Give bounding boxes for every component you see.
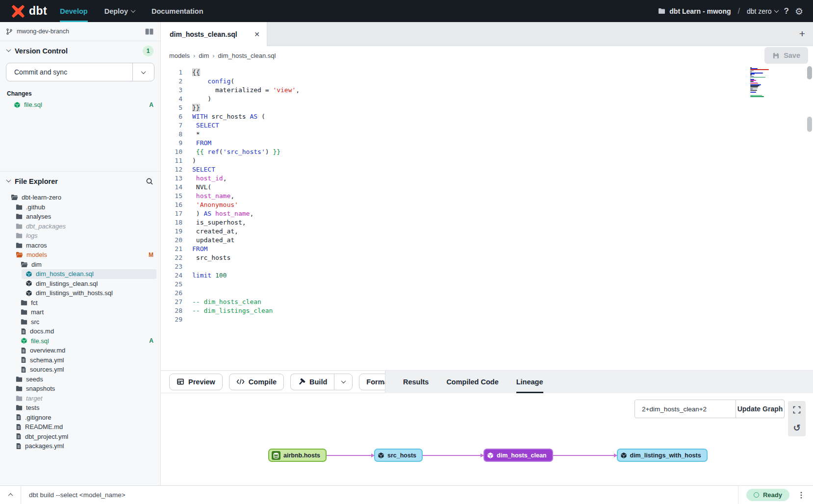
tree-item-target[interactable]: target	[0, 394, 160, 403]
tree-item-dim_listings_clean.sql[interactable]: dim_listings_clean.sql	[0, 279, 160, 289]
code-line: FROM	[192, 245, 813, 253]
tree-item-label: dim_listings_clean.sql	[36, 280, 98, 287]
fullscreen-button[interactable]	[788, 401, 806, 419]
tree-item-dbt_project.yml[interactable]: dbt_project.yml	[0, 432, 160, 442]
lineage-selector-input[interactable]	[635, 400, 736, 418]
tree-item-seeds[interactable]: seeds	[0, 375, 160, 384]
tab-compiled-code[interactable]: Compiled Code	[446, 371, 498, 393]
status-bar-right: Ready ⋮	[738, 486, 813, 504]
breadcrumb-segment[interactable]: dim	[199, 52, 209, 59]
split-view-icon[interactable]	[145, 28, 153, 35]
tree-item-macros[interactable]: macros	[0, 241, 160, 251]
main-nav: DevelopDeployDocumentation	[60, 0, 203, 22]
model-cube-icon	[25, 290, 32, 297]
scrollbar-thumb[interactable]	[807, 117, 812, 132]
file-explorer-header[interactable]: File Explorer	[0, 171, 160, 191]
help-button[interactable]: ?	[784, 6, 789, 16]
lineage-node-src_hosts[interactable]: src_hosts	[374, 449, 423, 462]
nav-item-deploy[interactable]: Deploy	[104, 0, 135, 22]
tab-results[interactable]: Results	[403, 371, 429, 393]
tree-item-analyses[interactable]: analyses	[0, 212, 160, 222]
folder-icon	[16, 213, 23, 220]
tree-item-file.sql[interactable]: file.sqlA	[0, 336, 160, 346]
compile-button[interactable]: Compile	[229, 374, 284, 390]
tab-lineage[interactable]: Lineage	[516, 371, 543, 393]
tree-item-dim_listings_with_hosts.sql[interactable]: dim_listings_with_hosts.sql	[0, 288, 160, 298]
code-line: *	[192, 130, 813, 139]
file-search-button[interactable]	[146, 177, 153, 185]
tree-item-models[interactable]: modelsM	[0, 250, 160, 260]
tree-item-sources.yml[interactable]: sources.yml	[0, 365, 160, 375]
tree-item-fct[interactable]: fct	[0, 298, 160, 308]
version-control-header[interactable]: Version Control 1	[0, 41, 160, 61]
code-line	[192, 289, 813, 298]
tree-item-tests[interactable]: tests	[0, 403, 160, 413]
preview-button[interactable]: Preview	[169, 374, 223, 390]
lineage-node-dim_listings_with_hosts[interactable]: dim_listings_with_hosts	[617, 449, 708, 462]
lineage-selector-group: Update Graph	[635, 400, 785, 418]
changed-file-row[interactable]: file.sqlA	[0, 100, 160, 109]
tree-item-packages.yml[interactable]: packages.yml	[0, 441, 160, 451]
tree-item-dim[interactable]: dim	[0, 260, 160, 270]
code-line: NVL(	[192, 183, 813, 192]
code-line: WITH src_hosts AS (	[192, 112, 813, 121]
scrollbar-thumb[interactable]	[807, 66, 812, 79]
reset-view-button[interactable]: ↺	[788, 419, 806, 436]
tree-item-dbt_packages[interactable]: dbt_packages	[0, 222, 160, 231]
breadcrumb-segment[interactable]: models	[169, 52, 190, 59]
commit-options-caret[interactable]	[132, 63, 154, 81]
tree-item-dbt-learn-zero[interactable]: dbt-learn-zero	[0, 193, 160, 202]
tree-item-schema.yml[interactable]: schema.yml	[0, 355, 160, 365]
preview-label: Preview	[188, 378, 215, 386]
command-bar-expand-button[interactable]	[0, 486, 21, 504]
editor-tab-dim-hosts-clean[interactable]: dim_hosts_clean.sql ✕	[161, 22, 267, 46]
code-editor[interactable]: 1234567891011121314151617181920212223242…	[161, 65, 813, 370]
change-status-badge: A	[149, 101, 153, 108]
line-number: 26	[161, 289, 182, 298]
breadcrumb-row: models›dim›dim_hosts_clean.sql Save	[161, 46, 813, 65]
update-graph-button[interactable]: Update Graph	[736, 400, 784, 418]
command-input[interactable]: dbt build --select <model_name>	[21, 486, 738, 504]
tree-item-src[interactable]: src	[0, 317, 160, 327]
folder-icon	[16, 232, 23, 239]
new-tab-button[interactable]: +	[791, 22, 813, 46]
editor-scrollbar[interactable]	[807, 65, 813, 370]
tree-item-mart[interactable]: mart	[0, 307, 160, 317]
tree-item-.github[interactable]: .github	[0, 202, 160, 212]
lineage-node-dim_hosts_clean[interactable]: dim_hosts_clean	[483, 449, 553, 462]
more-options-button[interactable]: ⋮	[797, 490, 805, 500]
dbt-logo[interactable]: dbt	[0, 0, 60, 22]
nav-item-develop[interactable]: Develop	[60, 0, 87, 22]
environment-switcher[interactable]: dbt zero	[747, 7, 778, 15]
branch-row[interactable]: mwong-dev-branch	[0, 22, 160, 41]
line-number: 23	[161, 262, 182, 271]
build-button[interactable]: Build	[290, 374, 334, 390]
code-line	[192, 315, 813, 324]
tree-item-.gitignore[interactable]: .gitignore	[0, 413, 160, 423]
folder-icon	[16, 242, 23, 249]
project-switcher[interactable]: dbt Learn - mwong	[658, 7, 731, 15]
tree-item-dim_hosts_clean.sql[interactable]: dim_hosts_clean.sql	[22, 269, 156, 279]
tree-item-logs[interactable]: logs	[0, 231, 160, 241]
commit-and-sync-button[interactable]: Commit and sync	[6, 63, 154, 81]
code-content[interactable]: {{ config( materialized = 'view', )}}WIT…	[188, 65, 813, 370]
nav-item-documentation[interactable]: Documentation	[152, 0, 203, 22]
build-options-caret[interactable]	[334, 374, 353, 390]
status-badge: Ready	[746, 489, 789, 501]
tree-item-overview.md[interactable]: overview.md	[0, 346, 160, 355]
save-button[interactable]: Save	[764, 47, 808, 64]
chevron-down-icon	[6, 177, 11, 182]
lineage-node-airbnb.hosts[interactable]: airbnb.hosts	[268, 449, 327, 462]
folder-open-icon	[11, 194, 18, 201]
breadcrumb-segment[interactable]: dim_hosts_clean.sql	[218, 52, 276, 59]
build-split-button: Build	[290, 374, 353, 390]
close-tab-icon[interactable]: ✕	[254, 30, 260, 38]
model-cube-icon	[14, 101, 21, 108]
lineage-edge	[553, 455, 617, 456]
tree-item-docs.md[interactable]: docs.md	[0, 327, 160, 336]
settings-gear-button[interactable]: ⚙	[795, 6, 803, 17]
tree-item-snapshots[interactable]: snapshots	[0, 384, 160, 394]
nav-item-label: Deploy	[104, 7, 128, 15]
changes-list: file.sqlA	[0, 100, 160, 109]
tree-item-README.md[interactable]: README.md	[0, 422, 160, 432]
